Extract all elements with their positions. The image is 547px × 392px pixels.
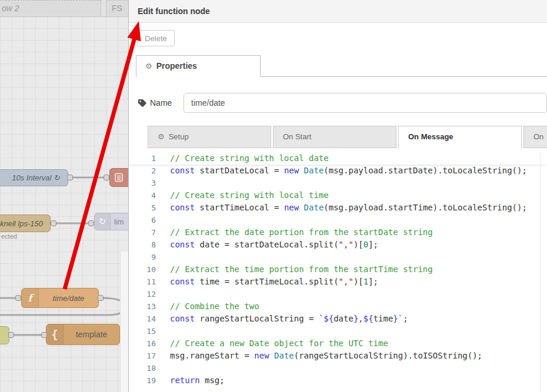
canvas-scrollbar[interactable] bbox=[120, 252, 128, 392]
line-number: 13 bbox=[129, 300, 170, 313]
line-number: 18 bbox=[129, 362, 170, 374]
tab-setup[interactable]: ⚙Setup bbox=[148, 126, 271, 148]
code-line: 16// Create a new Date object for the UT… bbox=[129, 337, 547, 350]
line-number: 17 bbox=[129, 350, 170, 362]
node-delay-label: lim bbox=[114, 217, 124, 226]
name-input[interactable] bbox=[184, 93, 547, 113]
port[interactable] bbox=[41, 332, 47, 338]
name-label-text: Name bbox=[150, 98, 172, 108]
node-inject-label: 10s Interval ↻ bbox=[12, 173, 60, 182]
properties-tab-label: Properties bbox=[156, 61, 197, 71]
tab-setup-label: Setup bbox=[169, 132, 189, 141]
flow-canvas[interactable]: ow 2 FS 10s Interval ↻ bbox=[0, 0, 128, 392]
document-lines-icon bbox=[110, 169, 128, 186]
node-serial[interactable]: knell lps-150 bbox=[0, 215, 51, 232]
node-serial-label: knell lps-150 bbox=[0, 219, 43, 228]
tab-on-start[interactable]: On Start bbox=[273, 126, 396, 148]
port[interactable] bbox=[15, 295, 21, 301]
code-line: 13// Combine the two bbox=[129, 300, 547, 313]
line-number: 14 bbox=[129, 313, 170, 325]
code-line: 15 bbox=[129, 325, 547, 337]
gear-icon: ⚙ bbox=[145, 62, 152, 71]
line-number: 10 bbox=[129, 263, 170, 276]
dialog-title: Edit function node bbox=[129, 0, 547, 23]
code-line: 7// Extract the date portion from the st… bbox=[129, 226, 547, 239]
line-number: 12 bbox=[129, 288, 170, 300]
line-number: 1 bbox=[129, 152, 170, 165]
gear-icon: ⚙ bbox=[158, 132, 165, 141]
port[interactable] bbox=[67, 175, 73, 180]
node-template-label: template bbox=[64, 330, 119, 339]
line-number: 5 bbox=[129, 202, 170, 214]
line-number: 3 bbox=[129, 177, 170, 189]
node-function-timedate[interactable]: f time/date bbox=[21, 288, 99, 308]
editor-scrollbar-edge bbox=[540, 153, 541, 392]
node-red-app: ow 2 FS 10s Interval ↻ bbox=[0, 0, 547, 392]
node-function-label: time/date bbox=[39, 294, 98, 303]
tab-on-start-label: On Start bbox=[283, 132, 311, 141]
name-label: Name bbox=[138, 98, 184, 108]
line-number: 19 bbox=[129, 374, 170, 387]
tab-on-message-label: On Message bbox=[408, 132, 453, 141]
code-line: 10// Extract the time portion from the s… bbox=[129, 263, 547, 276]
tab-on-stop-label: On bbox=[533, 132, 543, 141]
code-line: 17msg.rangeStart = new Date(rangeStartLo… bbox=[129, 350, 547, 362]
code-line: 1// Create string with local date bbox=[129, 152, 547, 165]
code-line: 9 bbox=[129, 251, 547, 263]
port[interactable] bbox=[104, 175, 109, 180]
brace-icon: { bbox=[46, 324, 64, 344]
node-template[interactable]: { template bbox=[46, 324, 120, 345]
line-number: 4 bbox=[129, 189, 170, 202]
line-number: 15 bbox=[129, 325, 170, 337]
line-number: 6 bbox=[129, 214, 170, 226]
tab-on-stop[interactable]: On bbox=[523, 126, 547, 148]
code-line: 11const time = startTimeLocal.split(",")… bbox=[129, 276, 547, 288]
code-line: 3 bbox=[129, 177, 547, 189]
port[interactable] bbox=[8, 332, 14, 338]
node-delay[interactable]: ↻ lim bbox=[94, 213, 128, 230]
code-line: 6 bbox=[129, 214, 547, 226]
function-icon: f bbox=[22, 289, 39, 307]
node-inject[interactable]: 10s Interval ↻ bbox=[0, 169, 68, 186]
function-tabs: ⚙Setup On Start On Message On bbox=[148, 126, 547, 149]
code-line: 12 bbox=[129, 288, 547, 300]
line-number: 7 bbox=[129, 226, 170, 239]
code-line: 4// Create string with local time bbox=[129, 189, 547, 202]
properties-tab-row: ⚙Properties bbox=[136, 55, 547, 77]
node-status-text: ected bbox=[1, 233, 17, 240]
tag-icon bbox=[138, 99, 146, 108]
code-line: 14const rangeStartLocalString = `${date}… bbox=[129, 313, 547, 325]
delete-button[interactable]: Delete bbox=[137, 30, 175, 46]
port[interactable] bbox=[98, 295, 104, 301]
code-editor[interactable]: 1// Create string with local date2const … bbox=[129, 148, 547, 392]
line-number: 8 bbox=[129, 239, 170, 251]
node-parser[interactable] bbox=[109, 168, 128, 187]
name-row: Name bbox=[138, 92, 547, 113]
code-line: 2const startDateLocal = new Date(msg.pay… bbox=[129, 165, 547, 177]
port[interactable] bbox=[88, 220, 94, 226]
line-number: 2 bbox=[129, 165, 170, 177]
line-number: 9 bbox=[129, 251, 170, 263]
dialog-toolbar: Delete bbox=[129, 23, 547, 46]
line-number: 11 bbox=[129, 276, 170, 288]
code-line: 19return msg; bbox=[129, 374, 547, 387]
timer-icon: ↻ bbox=[95, 213, 111, 230]
tab-properties[interactable]: ⚙Properties bbox=[136, 55, 261, 77]
edit-function-dialog: Edit function node Delete ⚙Properties Na… bbox=[128, 0, 547, 392]
code-line: 5const startTimeLocal = new Date(msg.pay… bbox=[129, 202, 547, 214]
port[interactable] bbox=[51, 220, 56, 226]
code-line: 8const date = startDateLocal.split(",")[… bbox=[129, 239, 547, 251]
code-line: 18 bbox=[129, 362, 547, 374]
line-number: 16 bbox=[129, 337, 170, 350]
tab-on-message[interactable]: On Message bbox=[398, 126, 522, 149]
